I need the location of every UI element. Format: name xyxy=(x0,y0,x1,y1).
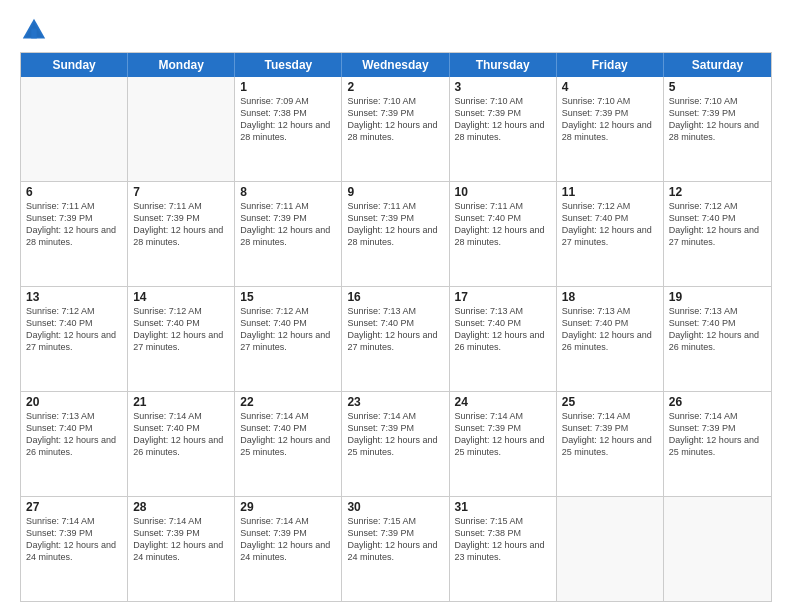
day-info: Sunrise: 7:11 AM Sunset: 7:39 PM Dayligh… xyxy=(26,200,122,249)
day-info: Sunrise: 7:10 AM Sunset: 7:39 PM Dayligh… xyxy=(347,95,443,144)
calendar-week-5: 27Sunrise: 7:14 AM Sunset: 7:39 PM Dayli… xyxy=(21,496,771,601)
day-info: Sunrise: 7:11 AM Sunset: 7:39 PM Dayligh… xyxy=(240,200,336,249)
day-number: 27 xyxy=(26,500,122,514)
day-info: Sunrise: 7:13 AM Sunset: 7:40 PM Dayligh… xyxy=(562,305,658,354)
day-number: 21 xyxy=(133,395,229,409)
header-day-tuesday: Tuesday xyxy=(235,53,342,77)
day-number: 22 xyxy=(240,395,336,409)
day-info: Sunrise: 7:14 AM Sunset: 7:40 PM Dayligh… xyxy=(240,410,336,459)
day-number: 12 xyxy=(669,185,766,199)
calendar-week-3: 13Sunrise: 7:12 AM Sunset: 7:40 PM Dayli… xyxy=(21,286,771,391)
day-info: Sunrise: 7:14 AM Sunset: 7:39 PM Dayligh… xyxy=(240,515,336,564)
day-number: 10 xyxy=(455,185,551,199)
day-number: 28 xyxy=(133,500,229,514)
day-number: 7 xyxy=(133,185,229,199)
calendar-empty-cell xyxy=(21,77,128,181)
calendar-day-4: 4Sunrise: 7:10 AM Sunset: 7:39 PM Daylig… xyxy=(557,77,664,181)
day-info: Sunrise: 7:12 AM Sunset: 7:40 PM Dayligh… xyxy=(669,200,766,249)
calendar-empty-cell xyxy=(557,497,664,601)
header-day-saturday: Saturday xyxy=(664,53,771,77)
day-info: Sunrise: 7:12 AM Sunset: 7:40 PM Dayligh… xyxy=(562,200,658,249)
day-info: Sunrise: 7:12 AM Sunset: 7:40 PM Dayligh… xyxy=(240,305,336,354)
day-number: 8 xyxy=(240,185,336,199)
calendar-day-20: 20Sunrise: 7:13 AM Sunset: 7:40 PM Dayli… xyxy=(21,392,128,496)
calendar-day-24: 24Sunrise: 7:14 AM Sunset: 7:39 PM Dayli… xyxy=(450,392,557,496)
day-info: Sunrise: 7:11 AM Sunset: 7:39 PM Dayligh… xyxy=(347,200,443,249)
calendar-day-18: 18Sunrise: 7:13 AM Sunset: 7:40 PM Dayli… xyxy=(557,287,664,391)
day-number: 4 xyxy=(562,80,658,94)
calendar-header: SundayMondayTuesdayWednesdayThursdayFrid… xyxy=(21,53,771,77)
header-day-wednesday: Wednesday xyxy=(342,53,449,77)
header-day-monday: Monday xyxy=(128,53,235,77)
calendar-day-30: 30Sunrise: 7:15 AM Sunset: 7:39 PM Dayli… xyxy=(342,497,449,601)
day-info: Sunrise: 7:14 AM Sunset: 7:39 PM Dayligh… xyxy=(26,515,122,564)
calendar-day-15: 15Sunrise: 7:12 AM Sunset: 7:40 PM Dayli… xyxy=(235,287,342,391)
day-number: 29 xyxy=(240,500,336,514)
header xyxy=(20,16,772,44)
day-number: 15 xyxy=(240,290,336,304)
day-info: Sunrise: 7:14 AM Sunset: 7:40 PM Dayligh… xyxy=(133,410,229,459)
day-info: Sunrise: 7:15 AM Sunset: 7:38 PM Dayligh… xyxy=(455,515,551,564)
svg-rect-2 xyxy=(31,29,37,39)
day-number: 1 xyxy=(240,80,336,94)
day-number: 18 xyxy=(562,290,658,304)
header-day-sunday: Sunday xyxy=(21,53,128,77)
day-number: 16 xyxy=(347,290,443,304)
day-number: 31 xyxy=(455,500,551,514)
page: SundayMondayTuesdayWednesdayThursdayFrid… xyxy=(0,0,792,612)
day-number: 9 xyxy=(347,185,443,199)
calendar-day-22: 22Sunrise: 7:14 AM Sunset: 7:40 PM Dayli… xyxy=(235,392,342,496)
day-number: 3 xyxy=(455,80,551,94)
day-number: 19 xyxy=(669,290,766,304)
day-number: 20 xyxy=(26,395,122,409)
day-info: Sunrise: 7:10 AM Sunset: 7:39 PM Dayligh… xyxy=(669,95,766,144)
calendar-day-28: 28Sunrise: 7:14 AM Sunset: 7:39 PM Dayli… xyxy=(128,497,235,601)
calendar-day-31: 31Sunrise: 7:15 AM Sunset: 7:38 PM Dayli… xyxy=(450,497,557,601)
calendar-day-6: 6Sunrise: 7:11 AM Sunset: 7:39 PM Daylig… xyxy=(21,182,128,286)
calendar-day-26: 26Sunrise: 7:14 AM Sunset: 7:39 PM Dayli… xyxy=(664,392,771,496)
calendar-day-11: 11Sunrise: 7:12 AM Sunset: 7:40 PM Dayli… xyxy=(557,182,664,286)
calendar-day-21: 21Sunrise: 7:14 AM Sunset: 7:40 PM Dayli… xyxy=(128,392,235,496)
day-info: Sunrise: 7:12 AM Sunset: 7:40 PM Dayligh… xyxy=(26,305,122,354)
day-info: Sunrise: 7:13 AM Sunset: 7:40 PM Dayligh… xyxy=(347,305,443,354)
day-number: 26 xyxy=(669,395,766,409)
day-number: 25 xyxy=(562,395,658,409)
day-info: Sunrise: 7:14 AM Sunset: 7:39 PM Dayligh… xyxy=(562,410,658,459)
calendar-day-16: 16Sunrise: 7:13 AM Sunset: 7:40 PM Dayli… xyxy=(342,287,449,391)
day-info: Sunrise: 7:14 AM Sunset: 7:39 PM Dayligh… xyxy=(669,410,766,459)
day-info: Sunrise: 7:11 AM Sunset: 7:39 PM Dayligh… xyxy=(133,200,229,249)
calendar-day-14: 14Sunrise: 7:12 AM Sunset: 7:40 PM Dayli… xyxy=(128,287,235,391)
calendar-day-13: 13Sunrise: 7:12 AM Sunset: 7:40 PM Dayli… xyxy=(21,287,128,391)
calendar-week-2: 6Sunrise: 7:11 AM Sunset: 7:39 PM Daylig… xyxy=(21,181,771,286)
calendar-day-12: 12Sunrise: 7:12 AM Sunset: 7:40 PM Dayli… xyxy=(664,182,771,286)
calendar-day-7: 7Sunrise: 7:11 AM Sunset: 7:39 PM Daylig… xyxy=(128,182,235,286)
day-number: 2 xyxy=(347,80,443,94)
calendar-empty-cell xyxy=(664,497,771,601)
day-number: 24 xyxy=(455,395,551,409)
day-number: 30 xyxy=(347,500,443,514)
calendar-week-4: 20Sunrise: 7:13 AM Sunset: 7:40 PM Dayli… xyxy=(21,391,771,496)
day-info: Sunrise: 7:11 AM Sunset: 7:40 PM Dayligh… xyxy=(455,200,551,249)
calendar-day-10: 10Sunrise: 7:11 AM Sunset: 7:40 PM Dayli… xyxy=(450,182,557,286)
calendar-day-27: 27Sunrise: 7:14 AM Sunset: 7:39 PM Dayli… xyxy=(21,497,128,601)
day-info: Sunrise: 7:14 AM Sunset: 7:39 PM Dayligh… xyxy=(133,515,229,564)
day-number: 13 xyxy=(26,290,122,304)
day-info: Sunrise: 7:12 AM Sunset: 7:40 PM Dayligh… xyxy=(133,305,229,354)
calendar-day-23: 23Sunrise: 7:14 AM Sunset: 7:39 PM Dayli… xyxy=(342,392,449,496)
calendar-day-17: 17Sunrise: 7:13 AM Sunset: 7:40 PM Dayli… xyxy=(450,287,557,391)
day-info: Sunrise: 7:15 AM Sunset: 7:39 PM Dayligh… xyxy=(347,515,443,564)
calendar-day-2: 2Sunrise: 7:10 AM Sunset: 7:39 PM Daylig… xyxy=(342,77,449,181)
calendar-day-29: 29Sunrise: 7:14 AM Sunset: 7:39 PM Dayli… xyxy=(235,497,342,601)
calendar-day-5: 5Sunrise: 7:10 AM Sunset: 7:39 PM Daylig… xyxy=(664,77,771,181)
calendar-empty-cell xyxy=(128,77,235,181)
header-day-friday: Friday xyxy=(557,53,664,77)
calendar-day-19: 19Sunrise: 7:13 AM Sunset: 7:40 PM Dayli… xyxy=(664,287,771,391)
calendar-week-1: 1Sunrise: 7:09 AM Sunset: 7:38 PM Daylig… xyxy=(21,77,771,181)
day-number: 17 xyxy=(455,290,551,304)
day-number: 11 xyxy=(562,185,658,199)
day-info: Sunrise: 7:09 AM Sunset: 7:38 PM Dayligh… xyxy=(240,95,336,144)
day-info: Sunrise: 7:13 AM Sunset: 7:40 PM Dayligh… xyxy=(669,305,766,354)
day-number: 14 xyxy=(133,290,229,304)
day-info: Sunrise: 7:10 AM Sunset: 7:39 PM Dayligh… xyxy=(562,95,658,144)
header-day-thursday: Thursday xyxy=(450,53,557,77)
